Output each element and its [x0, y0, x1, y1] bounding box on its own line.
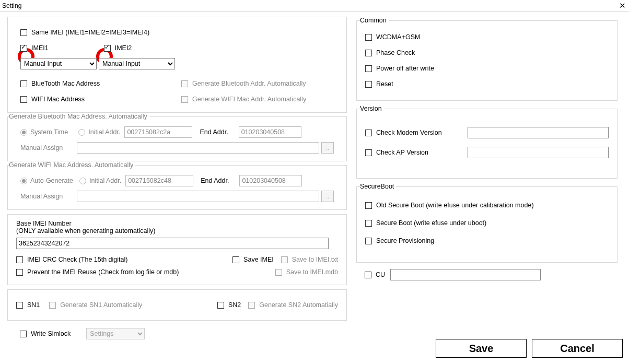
check-ap-label: Check AP Version [376, 149, 428, 156]
window-title: Setting [2, 2, 21, 9]
reset-checkbox[interactable] [365, 81, 372, 88]
common-legend: Common [360, 17, 389, 24]
check-modem-checkbox[interactable] [365, 130, 372, 136]
save-imei-txt-checkbox [281, 256, 288, 263]
sn1-checkbox[interactable] [16, 302, 23, 309]
imei1-mode-select[interactable]: Manual Input [20, 58, 97, 69]
reset-label: Reset [376, 80, 393, 88]
write-simlock-checkbox[interactable] [20, 331, 27, 337]
check-modem-label: Check Modem Version [376, 129, 442, 136]
old-secure-label: Old Secure Boot (write efuse under calib… [376, 202, 534, 209]
power-off-label: Power off after write [376, 65, 434, 72]
base-imei-label2: (ONLY available when generating automati… [16, 227, 338, 234]
gen-bt-end-label: End Addr. [200, 128, 228, 136]
close-icon[interactable]: ✕ [619, 1, 626, 10]
save-imei-mdb-checkbox [275, 269, 282, 276]
gen-sn1-label: Generate SN1 Automatically [60, 301, 142, 309]
power-off-checkbox[interactable] [365, 65, 372, 72]
wifi-mac-checkbox[interactable] [20, 96, 27, 103]
save-imei-txt-label: Save to IMEI.txt [292, 256, 338, 263]
gen-bt-end-input [239, 126, 301, 138]
gen-wifi-auto-label2: Auto-Generate [30, 177, 73, 184]
gen-bt-manual-label: Manual Assign [20, 144, 68, 151]
bt-mac-label: BlueTooth Mac Address [31, 80, 100, 87]
gen-wifi-initial-input [125, 175, 193, 186]
prevent-reuse-label: Prevent the IMEI Reuse (Check from log f… [27, 268, 179, 276]
prevent-reuse-checkbox[interactable] [16, 269, 23, 276]
cu-input[interactable] [390, 269, 541, 280]
gen-sn2-checkbox [248, 302, 255, 309]
save-imei-checkbox[interactable] [232, 256, 239, 263]
wcdma-gsm-label: WCDMA+GSM [376, 33, 420, 41]
wcdma-gsm-checkbox[interactable] [365, 34, 372, 41]
gen-wifi-auto-radio [20, 178, 27, 184]
gen-bt-auto-checkbox [181, 80, 188, 87]
gen-wifi-auto-checkbox [181, 96, 188, 103]
secure-boot-checkbox[interactable] [365, 220, 372, 227]
gen-wifi-manual-label: Manual Assign [20, 193, 68, 200]
gen-wifi-legend: Generate WIFI Mac Address. Automatically [9, 161, 135, 169]
gen-bt-initial-radio [78, 129, 85, 136]
secure-prov-label: Secure Provisioning [376, 237, 434, 244]
gen-bt-initial-label: Initial Addr. [88, 128, 120, 136]
write-simlock-label: Write Simlock [31, 330, 71, 337]
base-imei-label1: Base IMEI Number [16, 220, 338, 227]
imei2-checkbox[interactable] [104, 45, 111, 52]
gen-bt-system-time-label: System Time [30, 128, 68, 136]
imei1-label: IMEI1 [31, 44, 49, 52]
cancel-button[interactable]: Cancel [532, 339, 623, 358]
bt-mac-checkbox[interactable] [20, 80, 27, 87]
save-imei-mdb-label: Save to IMEI.mdb [286, 268, 338, 276]
gen-bt-legend: Generate Bluetooth Mac Address. Automati… [9, 113, 149, 120]
gen-wifi-auto-label: Generate WIFI Mac Addr. Automatically [192, 96, 306, 103]
old-secure-checkbox[interactable] [365, 202, 372, 209]
secureboot-legend: SecureBoot [360, 183, 396, 190]
sn2-label: SN2 [228, 301, 241, 309]
check-ap-input[interactable] [468, 147, 609, 158]
secure-prov-checkbox[interactable] [365, 238, 372, 244]
imei2-label: IMEI2 [115, 44, 132, 52]
gen-wifi-initial-label: Initial Addr. [89, 177, 121, 184]
gen-bt-initial-input [124, 126, 192, 138]
version-legend: Version [360, 105, 384, 112]
sn1-label: SN1 [27, 301, 40, 309]
imei1-checkbox[interactable] [20, 45, 27, 52]
check-modem-input[interactable] [468, 127, 609, 138]
gen-wifi-end-input [239, 175, 302, 186]
gen-sn2-label: Generate SN2 Automatially [259, 301, 338, 309]
cu-checkbox[interactable] [365, 272, 371, 278]
phase-check-label: Phase Check [376, 49, 415, 56]
gen-wifi-manual-input [77, 191, 319, 202]
imei-crc-label: IMEI CRC Check (The 15th digital) [27, 256, 127, 263]
cu-label: CU [376, 271, 385, 278]
phase-check-checkbox[interactable] [365, 50, 372, 56]
same-imei-checkbox[interactable] [20, 29, 27, 36]
imei2-mode-select[interactable]: Manual Input [99, 58, 175, 69]
gen-bt-system-time-radio [20, 129, 27, 136]
base-imei-input[interactable] [16, 238, 329, 249]
save-button[interactable]: Save [436, 339, 527, 358]
gen-bt-manual-input [77, 142, 319, 154]
write-simlock-select: Settings [86, 328, 145, 339]
gen-sn1-checkbox [49, 302, 56, 309]
sn2-checkbox[interactable] [217, 302, 224, 309]
gen-wifi-browse-button: .. [321, 191, 334, 202]
gen-wifi-end-label: End Addr. [201, 177, 229, 184]
gen-wifi-initial-radio [79, 178, 86, 184]
same-imei-label: Same IMEI (IMEI1=IMEI2=IMEI3=IMEI4) [31, 29, 149, 36]
gen-bt-auto-label: Generate Bluetooth Addr. Automatically [192, 80, 306, 87]
check-ap-checkbox[interactable] [365, 149, 372, 156]
save-imei-label: Save IMEI [243, 256, 274, 263]
secure-boot-label: Secure Boot (write efuse under uboot) [376, 219, 486, 227]
gen-bt-browse-button: .. [321, 142, 334, 154]
imei-crc-checkbox[interactable] [16, 256, 23, 263]
wifi-mac-label: WIFI Mac Address [31, 96, 85, 103]
